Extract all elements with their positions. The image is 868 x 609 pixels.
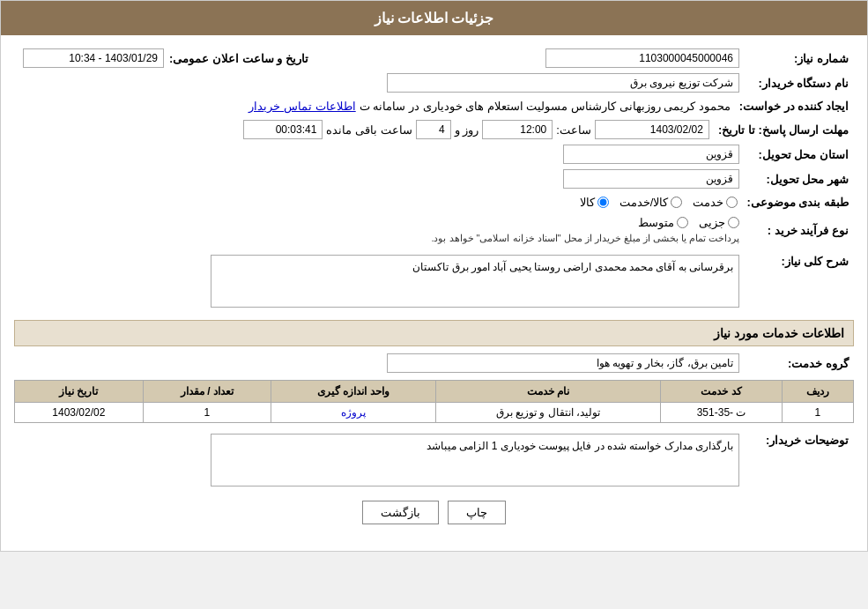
announcement-date-label: تاریخ و ساعت اعلان عمومی: <box>169 52 308 65</box>
buyer-org-label: نام دستگاه خریدار: <box>739 75 854 92</box>
requester-label: ایجاد کننده در خواست: <box>731 98 854 115</box>
province-input[interactable] <box>563 145 739 164</box>
category-both-label: کالا/خدمت <box>619 196 669 209</box>
province-label: استان محل تحویل: <box>739 146 854 163</box>
purchase-type-note: پرداخت تمام یا بخشی از مبلغ خریدار از مح… <box>431 233 739 244</box>
need-number-label: شماره نیاز: <box>739 50 854 67</box>
table-row: 1 ت -35-351 تولید، انتقال و توزیع برق پر… <box>15 403 854 423</box>
purchase-type-partial-input[interactable] <box>728 217 739 228</box>
deadline-remaining-label: ساعت باقی مانده <box>326 123 412 137</box>
cell-code: ت -35-351 <box>661 403 782 423</box>
col-row: ردیف <box>782 381 853 403</box>
col-code: کد خدمت <box>661 381 782 403</box>
requester-value: محمود کریمی روزبهانی کارشناس مسولیت استع… <box>360 100 731 113</box>
cell-row: 1 <box>782 403 853 423</box>
need-description-label: شرح کلی نیاز: <box>739 251 854 270</box>
category-radio-goods[interactable]: کالا <box>580 196 609 209</box>
cell-quantity: 1 <box>143 403 271 423</box>
col-date: تاریخ نیاز <box>15 381 144 403</box>
buyer-notes-label: توضیحات خریدار: <box>739 430 854 449</box>
category-label: طبقه بندی موضوعی: <box>738 194 854 211</box>
category-service-label: خدمت <box>693 196 723 209</box>
category-radio-service[interactable]: خدمت <box>693 196 738 209</box>
buyer-notes-value: بارگذاری مدارک خواسته شده در فایل پیوست … <box>211 434 739 486</box>
need-description-value: برقرسانی به آقای محمد محمدی اراضی روستا … <box>211 255 739 308</box>
page-title: جزئیات اطلاعات نیاز <box>1 1 867 35</box>
deadline-label: مهلت ارسال پاسخ: تا تاریخ: <box>709 122 854 138</box>
category-radio-both-input[interactable] <box>671 197 682 208</box>
cell-unit: پروژه <box>271 403 435 423</box>
purchase-type-medium-input[interactable] <box>677 217 688 228</box>
deadline-days-label: روز و <box>455 123 479 137</box>
col-unit: واحد اندازه گیری <box>271 381 435 403</box>
city-input[interactable] <box>563 169 739 189</box>
category-radio-service-input[interactable] <box>726 197 738 208</box>
services-table: ردیف کد خدمت نام خدمت واحد اندازه گیری ت… <box>14 380 854 423</box>
category-radio-goods-input[interactable] <box>597 197 609 208</box>
buyer-org-input[interactable] <box>387 73 739 93</box>
services-section-title: اطلاعات خدمات مورد نیاز <box>14 320 854 346</box>
category-radio-both[interactable]: کالا/خدمت <box>619 196 683 209</box>
purchase-type-label: نوع فرآیند خرید : <box>739 222 854 239</box>
print-button[interactable]: چاپ <box>448 501 506 524</box>
cell-date: 1403/02/02 <box>15 403 144 423</box>
deadline-time-input[interactable] <box>482 120 553 139</box>
category-goods-label: کالا <box>580 196 595 209</box>
cell-name: تولید، انتقال و توزیع برق <box>435 403 661 423</box>
service-group-input[interactable] <box>387 353 739 373</box>
col-name: نام خدمت <box>435 381 661 403</box>
deadline-remaining-input[interactable] <box>243 120 323 139</box>
deadline-date-input[interactable] <box>595 120 709 139</box>
deadline-time-label: ساعت: <box>556 123 591 137</box>
purchase-type-partial-label: جزیی <box>699 216 725 229</box>
announcement-date-input[interactable] <box>23 48 164 68</box>
purchase-type-partial[interactable]: جزیی <box>699 216 739 229</box>
col-quantity: تعداد / مقدار <box>143 381 271 403</box>
purchase-type-medium[interactable]: متوسط <box>638 216 688 229</box>
service-group-label: گروه خدمت: <box>739 355 854 372</box>
purchase-type-medium-label: متوسط <box>638 216 674 229</box>
back-button[interactable]: بازگشت <box>362 501 439 524</box>
need-number-input[interactable] <box>545 48 739 68</box>
deadline-days-input[interactable] <box>416 120 451 139</box>
city-label: شهر محل تحویل: <box>739 171 854 188</box>
contact-link[interactable]: اطلاعات تماس خریدار <box>249 100 355 113</box>
